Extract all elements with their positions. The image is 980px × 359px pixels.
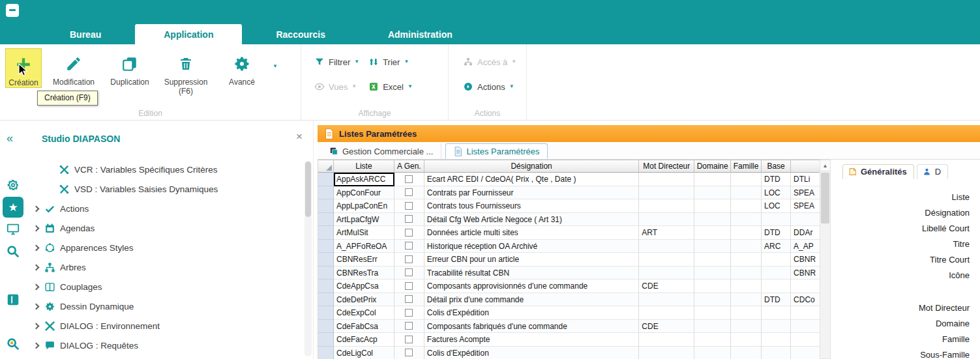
cell-designation[interactable]: Composants fabriqués d'une commande bbox=[424, 320, 640, 334]
row-selector[interactable] bbox=[318, 240, 334, 253]
tab-application[interactable]: Application bbox=[135, 24, 242, 44]
cell-famille[interactable] bbox=[731, 306, 762, 320]
cell-gen[interactable] bbox=[394, 213, 424, 227]
app-window-icon[interactable] bbox=[6, 4, 19, 17]
avance-button[interactable]: Avancé bbox=[214, 48, 270, 87]
tree-item-apparences-styles[interactable]: Apparences Styles bbox=[26, 238, 304, 257]
cell-mot[interactable] bbox=[639, 213, 694, 227]
cell-mot[interactable] bbox=[639, 266, 694, 280]
cell-base[interactable] bbox=[762, 253, 791, 266]
cell-base[interactable] bbox=[762, 347, 791, 359]
cell-domaine[interactable] bbox=[694, 253, 731, 266]
row-selector[interactable] bbox=[318, 333, 334, 347]
cell-mot[interactable] bbox=[639, 199, 694, 213]
cell-famille[interactable] bbox=[731, 173, 762, 186]
column-header-extra[interactable] bbox=[791, 160, 820, 173]
cell-famille[interactable] bbox=[731, 186, 762, 200]
a-gen-checkbox[interactable] bbox=[405, 175, 413, 183]
column-header-Liste[interactable]: Liste bbox=[334, 160, 394, 173]
cell-base[interactable] bbox=[762, 213, 791, 227]
cell-liste[interactable]: AppAskARCC bbox=[334, 173, 394, 186]
expander-icon[interactable] bbox=[30, 285, 42, 289]
tab-listes-parametrees[interactable]: Listes Paramétrées bbox=[445, 143, 548, 159]
cell-famille[interactable] bbox=[731, 347, 762, 359]
table-row[interactable]: CdeLigColColis d'Expédition bbox=[318, 347, 820, 359]
cell-mot[interactable]: CDE bbox=[639, 280, 694, 293]
table-row[interactable]: CdeDetPrixDétail prix d'une commandeDTDC… bbox=[318, 293, 820, 307]
cell-extra[interactable]: DTLi bbox=[791, 173, 820, 186]
cell-liste[interactable]: CdeDetPrix bbox=[334, 293, 394, 307]
row-selector[interactable] bbox=[318, 186, 334, 200]
column-header-Famille[interactable]: Famille bbox=[731, 160, 762, 173]
cell-extra[interactable]: DDAr bbox=[791, 226, 820, 240]
search-icon[interactable] bbox=[3, 241, 23, 262]
cell-gen[interactable] bbox=[394, 173, 424, 186]
row-selector[interactable] bbox=[318, 266, 334, 280]
table-row[interactable]: CdeExpColColis d'Expédition bbox=[318, 306, 820, 320]
cell-extra[interactable] bbox=[791, 347, 820, 359]
cell-gen[interactable] bbox=[394, 266, 424, 280]
filtrer-dropdown-icon[interactable]: ▼ bbox=[354, 59, 359, 65]
query-icon[interactable] bbox=[3, 334, 23, 354]
a-gen-checkbox[interactable] bbox=[405, 255, 413, 263]
cell-gen[interactable] bbox=[394, 199, 424, 213]
cell-extra[interactable]: A_AP bbox=[791, 240, 820, 253]
tree-item-dialog-requetes[interactable]: DIALOG : Requêtes bbox=[26, 336, 304, 355]
expander-icon[interactable] bbox=[30, 207, 42, 211]
column-header-A Gen.[interactable]: A Gen. bbox=[394, 160, 424, 173]
cell-famille[interactable] bbox=[731, 240, 762, 253]
cell-base[interactable]: DTD bbox=[762, 173, 791, 186]
cell-designation[interactable]: Tracabilité résultat CBN bbox=[424, 266, 640, 280]
cell-famille[interactable] bbox=[731, 226, 762, 240]
tree-item-actions[interactable]: Actions bbox=[26, 199, 304, 218]
row-selector[interactable] bbox=[318, 320, 334, 334]
cell-domaine[interactable] bbox=[694, 213, 731, 227]
column-header-Mot Directeur[interactable]: Mot Directeur bbox=[639, 160, 694, 173]
cell-gen[interactable] bbox=[394, 320, 424, 334]
cell-extra[interactable]: SPEA bbox=[791, 186, 820, 200]
a-gen-checkbox[interactable] bbox=[405, 309, 413, 317]
cell-designation[interactable]: Factures Acompte bbox=[424, 333, 640, 347]
cell-domaine[interactable] bbox=[694, 240, 731, 253]
row-selector[interactable] bbox=[318, 213, 334, 227]
cell-extra[interactable]: CBNR bbox=[791, 253, 820, 266]
a-gen-checkbox[interactable] bbox=[405, 295, 413, 303]
cell-mot[interactable] bbox=[639, 333, 694, 347]
a-gen-checkbox[interactable] bbox=[405, 229, 413, 237]
cell-liste[interactable]: ArtLpaCfgW bbox=[334, 213, 394, 227]
cell-gen[interactable] bbox=[394, 186, 424, 200]
table-row[interactable]: A_APFoReOAHistorique réception OA Archiv… bbox=[318, 240, 820, 253]
tree-item-couplages[interactable]: Couplages bbox=[26, 277, 304, 296]
trier-button[interactable]: Trier ▼ bbox=[368, 55, 413, 69]
cell-liste[interactable]: CdeFacAcp bbox=[334, 333, 394, 347]
tab-raccourcis[interactable]: Raccourcis bbox=[247, 24, 353, 44]
cell-famille[interactable] bbox=[731, 280, 762, 293]
cell-famille[interactable] bbox=[731, 320, 762, 334]
table-row[interactable]: CBNResTraTracabilité résultat CBNCBNR bbox=[318, 266, 820, 280]
table-row[interactable]: CdeAppCsaComposants approvisionnés d'une… bbox=[318, 280, 820, 293]
cell-designation[interactable]: Contrats tous Fournisseurs bbox=[424, 199, 640, 213]
column-header-Domaine[interactable]: Domaine bbox=[694, 160, 731, 173]
cell-famille[interactable] bbox=[731, 333, 762, 347]
close-sidebar-button[interactable]: × bbox=[296, 130, 303, 143]
table-row[interactable]: AppConFourContrats par FournisseurLOCSPE… bbox=[318, 186, 820, 200]
cell-extra[interactable]: SPEA bbox=[791, 199, 820, 213]
tab-bureau[interactable]: Bureau bbox=[41, 24, 130, 44]
cell-designation[interactable]: Composants approvisionnés d'une commande bbox=[424, 280, 640, 293]
a-gen-checkbox[interactable] bbox=[405, 188, 413, 196]
cell-domaine[interactable] bbox=[694, 347, 731, 359]
cell-domaine[interactable] bbox=[694, 173, 731, 186]
cell-gen[interactable] bbox=[394, 306, 424, 320]
a-gen-checkbox[interactable] bbox=[405, 282, 413, 290]
a-gen-checkbox[interactable] bbox=[405, 336, 413, 343]
cell-liste[interactable]: CdeExpCol bbox=[334, 306, 394, 320]
layout-columns-icon[interactable] bbox=[3, 289, 23, 310]
cell-base[interactable]: DTD bbox=[762, 226, 791, 240]
cell-gen[interactable] bbox=[394, 253, 424, 266]
cell-liste[interactable]: CBNResTra bbox=[334, 266, 394, 280]
cell-designation[interactable]: Ecart ARC EDI / CdeOA( Prix , Qte , Date… bbox=[424, 173, 640, 186]
tree-scrollbar-thumb[interactable] bbox=[305, 162, 311, 217]
cell-famille[interactable] bbox=[731, 253, 762, 266]
row-selector[interactable] bbox=[318, 347, 334, 359]
tab-administration[interactable]: Administration bbox=[359, 24, 481, 44]
